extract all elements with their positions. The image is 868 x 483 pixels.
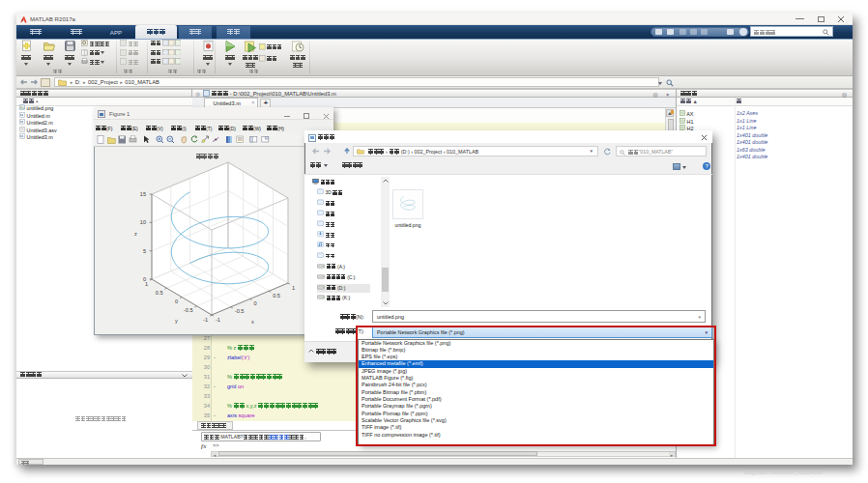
svg-text:1: 1 [292, 285, 295, 291]
svg-text:-0.5: -0.5 [235, 308, 245, 314]
svg-text:1: 1 [145, 281, 148, 287]
svg-text:10: 10 [140, 219, 146, 225]
svg-text:15: 15 [140, 191, 146, 197]
svg-text:0.5: 0.5 [156, 290, 163, 296]
svg-text:-0.5: -0.5 [184, 307, 193, 313]
svg-text:x: x [251, 319, 254, 325]
svg-text:-1: -1 [203, 317, 208, 323]
svg-text:0.5: 0.5 [273, 293, 280, 298]
svg-text:-1: -1 [216, 317, 220, 323]
svg-text:z: z [134, 231, 137, 237]
svg-text:0: 0 [175, 298, 178, 304]
svg-text:y: y [175, 318, 178, 324]
svg-text:0: 0 [254, 300, 257, 306]
svg-text:5: 5 [143, 248, 146, 254]
